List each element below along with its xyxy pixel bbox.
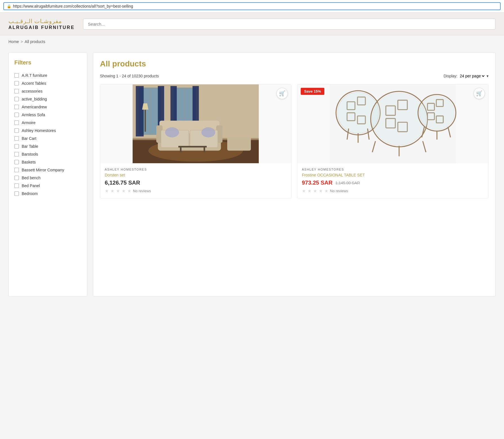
- star-3: ★: [116, 188, 120, 194]
- svg-point-43: [372, 93, 426, 145]
- filter-label: Bassett Mirror Company: [22, 168, 64, 172]
- filter-item[interactable]: Barstools: [14, 150, 81, 158]
- filter-label: Bar Cart: [22, 136, 36, 141]
- svg-point-34: [338, 92, 379, 133]
- filter-item[interactable]: Armless Sofa: [14, 111, 81, 119]
- star-4: ★: [122, 188, 126, 194]
- add-to-cart-button[interactable]: 🛒: [276, 88, 288, 99]
- filter-checkbox[interactable]: [14, 73, 19, 78]
- reviews-text: No reviews: [330, 189, 348, 193]
- display-label: Display:: [443, 74, 458, 78]
- page-title: All products: [100, 59, 489, 68]
- filter-label: Bed bench: [22, 176, 41, 180]
- filter-item[interactable]: accessories: [14, 87, 81, 95]
- showing-count: Showing 1 - 24 of 10230 products: [100, 74, 159, 78]
- filter-checkbox[interactable]: [14, 120, 19, 125]
- filter-checkbox[interactable]: [14, 168, 19, 172]
- filter-checkbox[interactable]: [14, 113, 19, 117]
- product-name[interactable]: Dorsten set: [105, 173, 287, 177]
- product-toolbar: Showing 1 - 24 of 10230 products Display…: [100, 73, 489, 79]
- product-card: 🛒: [100, 84, 291, 198]
- url-bar[interactable]: 🔒 https://www.alrugaibfurniture.com/coll…: [3, 2, 501, 10]
- star-3: ★: [313, 188, 317, 194]
- per-page-select[interactable]: 24 per page 12 per page 36 per page 48 p…: [459, 73, 485, 79]
- svg-rect-4: [136, 86, 144, 136]
- filter-item[interactable]: Armoire: [14, 119, 81, 127]
- filter-checkbox[interactable]: [14, 105, 19, 109]
- filter-item[interactable]: A.R.T furniture: [14, 71, 81, 79]
- filter-checkbox[interactable]: [14, 97, 19, 101]
- breadcrumb-bar: Home > All products: [0, 35, 504, 48]
- filter-list: A.R.T furniture Accent Tables accessorie…: [14, 71, 81, 198]
- breadcrumb-current: All products: [25, 39, 45, 44]
- product-image-area: 🛒 Save 15%: [297, 84, 488, 163]
- star-1: ★: [105, 188, 109, 194]
- save-badge: Save 15%: [301, 88, 324, 95]
- price-original: 1,145.00 SAR: [335, 181, 360, 185]
- filter-item[interactable]: Bar Cart: [14, 135, 81, 142]
- product-name[interactable]: Frostine OCCASIONAL TABLE SET: [302, 173, 484, 177]
- product-brand: ASHLEY HOMESTORES: [302, 168, 484, 171]
- breadcrumb-home[interactable]: Home: [8, 39, 19, 44]
- svg-point-52: [420, 96, 454, 129]
- filter-checkbox[interactable]: [14, 191, 19, 196]
- star-4: ★: [319, 188, 323, 194]
- logo[interactable]: مفروشـات الـرقـيـب ALRUGAIB FURNITURE: [8, 18, 75, 30]
- logo-english: ALRUGAIB FURNITURE: [8, 25, 75, 30]
- breadcrumb: Home > All products: [8, 39, 496, 44]
- logo-arabic: مفروشـات الـرقـيـب: [8, 18, 75, 24]
- filter-checkbox[interactable]: [14, 183, 19, 188]
- filter-label: Armoire: [22, 120, 35, 125]
- filter-item[interactable]: Bed Panel: [14, 182, 81, 190]
- filter-label: Accent Tables: [22, 81, 46, 86]
- price-current: 973.25 SAR: [302, 180, 333, 186]
- filter-label: active_bidding: [22, 97, 47, 101]
- product-image-area: 🛒: [100, 84, 291, 163]
- product-info: ASHLEY HOMESTORES Frostine OCCASIONAL TA…: [297, 163, 488, 198]
- search-container: [83, 19, 496, 30]
- filter-checkbox[interactable]: [14, 128, 19, 133]
- display-select[interactable]: Display: 24 per page 12 per page 36 per …: [443, 73, 489, 79]
- filter-checkbox[interactable]: [14, 144, 19, 149]
- filter-item[interactable]: Bassett Mirror Company: [14, 166, 81, 174]
- svg-point-21: [201, 127, 215, 137]
- price-row: 973.25 SAR 1,145.00 SAR: [302, 180, 484, 186]
- filter-checkbox[interactable]: [14, 81, 19, 86]
- filter-checkbox[interactable]: [14, 152, 19, 156]
- filter-label: A.R.T furniture: [22, 73, 47, 78]
- star-5: ★: [127, 188, 131, 194]
- address-bar: 🔒 https://www.alrugaibfurniture.com/coll…: [0, 0, 504, 13]
- filter-label: Bar Table: [22, 144, 38, 149]
- search-input[interactable]: [83, 19, 496, 30]
- filter-label: Baskets: [22, 160, 36, 164]
- filter-checkbox[interactable]: [14, 160, 19, 164]
- product-info: ASHLEY HOMESTORES Dorsten set 6,126.75 S…: [100, 163, 291, 198]
- filter-label: Ashley Homestores: [22, 128, 56, 133]
- add-to-cart-button[interactable]: 🛒: [474, 88, 485, 99]
- reviews-text: No reviews: [133, 189, 151, 193]
- svg-point-20: [165, 127, 179, 137]
- filters-title: Filters: [14, 59, 81, 66]
- filter-label: Bed Panel: [22, 183, 40, 188]
- filter-checkbox[interactable]: [14, 89, 19, 93]
- breadcrumb-separator: >: [21, 39, 23, 44]
- product-image: [100, 84, 291, 163]
- filter-item[interactable]: Baskets: [14, 158, 81, 166]
- filter-item[interactable]: Bed bench: [14, 174, 81, 182]
- product-card: 🛒 Save 15%: [297, 84, 489, 198]
- filter-item[interactable]: Bar Table: [14, 142, 81, 150]
- svg-rect-24: [180, 147, 182, 152]
- star-1: ★: [302, 188, 306, 194]
- product-image: [297, 84, 488, 163]
- filter-item[interactable]: Bedroom: [14, 190, 81, 198]
- filter-item[interactable]: Ashley Homestores: [14, 127, 81, 135]
- filter-checkbox[interactable]: [14, 176, 19, 180]
- filter-checkbox[interactable]: [14, 136, 19, 141]
- filter-item[interactable]: active_bidding: [14, 95, 81, 103]
- product-brand: ASHLEY HOMESTORES: [105, 168, 287, 171]
- price-row: 6,126.75 SAR: [105, 180, 287, 186]
- svg-rect-26: [145, 110, 146, 132]
- svg-rect-23: [178, 146, 207, 147]
- filter-item[interactable]: Americandrew: [14, 103, 81, 111]
- filter-item[interactable]: Accent Tables: [14, 79, 81, 87]
